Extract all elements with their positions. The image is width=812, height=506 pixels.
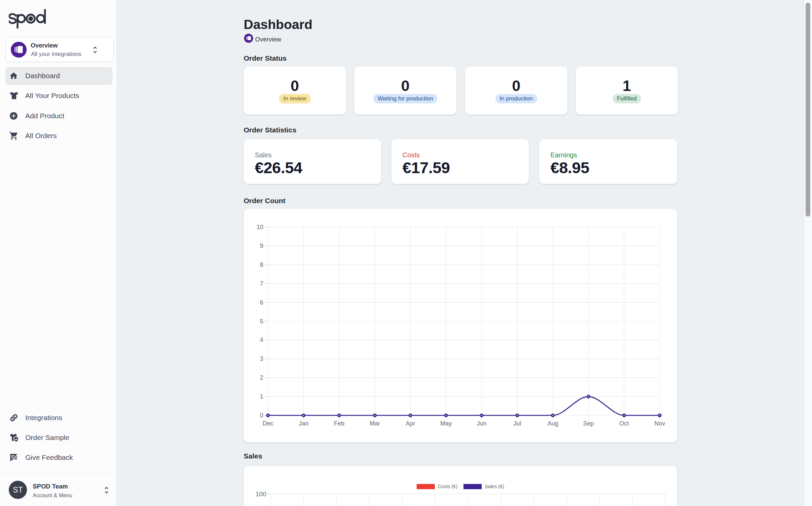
svg-text:2: 2 bbox=[260, 374, 263, 381]
svg-text:Dec: Dec bbox=[263, 420, 273, 427]
svg-text:Jul: Jul bbox=[513, 420, 521, 427]
svg-text:Sep: Sep bbox=[583, 420, 594, 427]
svg-text:9: 9 bbox=[260, 243, 263, 249]
svg-text:Feb: Feb bbox=[334, 420, 344, 427]
svg-text:10: 10 bbox=[257, 224, 263, 230]
svg-text:Oct: Oct bbox=[619, 420, 629, 427]
svg-text:4: 4 bbox=[260, 337, 263, 343]
svg-text:Aug: Aug bbox=[547, 420, 558, 427]
svg-text:Sales (€): Sales (€) bbox=[485, 484, 504, 489]
svg-text:7: 7 bbox=[260, 280, 263, 287]
svg-text:Mar: Mar bbox=[370, 420, 380, 427]
svg-text:3: 3 bbox=[260, 355, 263, 362]
svg-text:0: 0 bbox=[260, 412, 263, 419]
svg-text:8: 8 bbox=[260, 261, 263, 268]
svg-text:100: 100 bbox=[255, 491, 266, 498]
svg-text:5: 5 bbox=[260, 318, 263, 325]
svg-text:Nov: Nov bbox=[654, 420, 665, 427]
svg-text:1: 1 bbox=[260, 393, 263, 400]
svg-text:6: 6 bbox=[260, 299, 263, 306]
svg-text:Apr: Apr bbox=[406, 420, 415, 427]
svg-text:Jan: Jan bbox=[299, 420, 308, 427]
svg-text:Jun: Jun bbox=[477, 420, 486, 427]
svg-text:Costs (€): Costs (€) bbox=[438, 484, 457, 489]
svg-text:May: May bbox=[440, 420, 452, 427]
